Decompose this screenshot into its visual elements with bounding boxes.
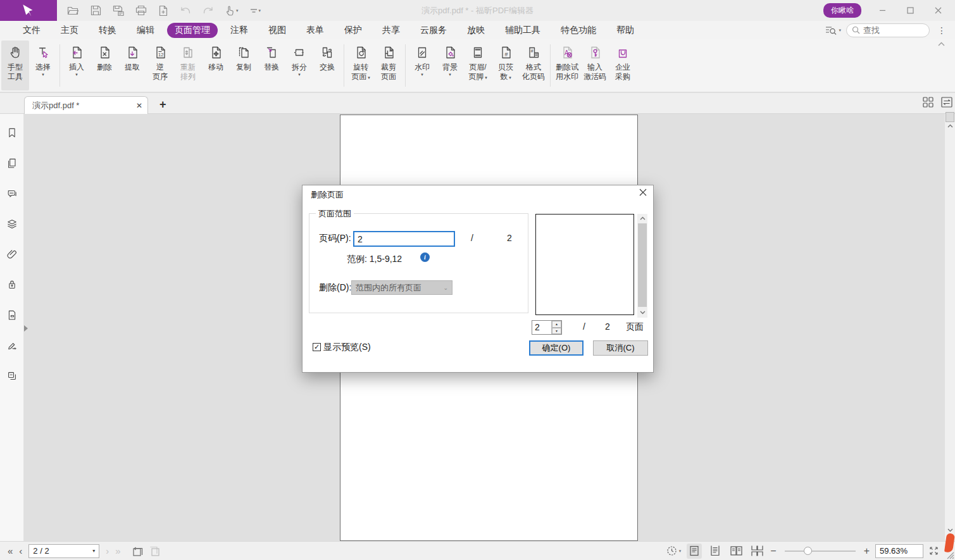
collapse-ribbon-icon[interactable] (938, 42, 945, 46)
find-toggle-button[interactable]: ▾ (825, 25, 841, 35)
next-view-icon[interactable] (149, 546, 160, 556)
menu-tab-special-features[interactable]: 特色功能 (553, 23, 604, 38)
menu-tab-convert[interactable]: 转换 (91, 23, 124, 38)
single-page-view-icon[interactable] (687, 544, 702, 559)
autoscroll-icon[interactable]: ▾ (666, 545, 682, 556)
menu-tab-view[interactable]: 视图 (261, 23, 294, 38)
ribbon-extract-button[interactable]: 提取 (118, 40, 146, 90)
vertical-scrollbar[interactable] (945, 114, 955, 541)
preview-page-spinner[interactable]: 2 ▲▼ (532, 320, 562, 335)
undo-button[interactable] (178, 5, 192, 16)
save-button[interactable] (89, 4, 103, 17)
hand-gesture-button[interactable]: ▾ (224, 4, 240, 17)
menu-tab-file[interactable]: 文件 (15, 23, 48, 38)
ribbon-crop-pages-button[interactable]: 裁剪页面 (375, 40, 403, 90)
show-preview-checkbox[interactable]: ✓ (313, 343, 321, 351)
page-indicator-combo[interactable]: 2 / 2 ▾ (28, 544, 99, 558)
menu-tab-share[interactable]: 共享 (375, 23, 408, 38)
ribbon-hand-tool-button[interactable]: 手型工具 (1, 40, 29, 90)
page-number-input[interactable]: 2 (353, 231, 455, 247)
menu-tab-comment[interactable]: 注释 (223, 23, 256, 38)
first-page-button[interactable]: « (8, 545, 13, 556)
ribbon-insert-button[interactable]: 插入▾ (63, 40, 91, 90)
fullscreen-icon[interactable] (929, 546, 939, 556)
sidebar-comments-button[interactable] (4, 186, 20, 201)
previous-page-button[interactable]: ‹ (19, 545, 22, 556)
cancel-button[interactable]: 取消(C) (593, 340, 648, 356)
previous-view-icon[interactable] (132, 546, 143, 556)
menu-tab-edit[interactable]: 编辑 (129, 23, 162, 38)
zoom-out-button[interactable]: − (770, 545, 776, 557)
ribbon-enter-activation-code-button[interactable]: 输入激活码 (581, 40, 609, 90)
maximize-button[interactable] (898, 3, 922, 19)
zoom-level-box[interactable]: 59.63% (875, 544, 923, 558)
ribbon-watermark-button[interactable]: 水印▾ (408, 40, 436, 90)
menu-tab-cloud[interactable]: 云服务 (413, 23, 454, 38)
ribbon-duplicate-button[interactable]: 复制 (230, 40, 258, 90)
redo-button[interactable] (201, 5, 215, 16)
tab-overview-icon[interactable] (923, 97, 933, 108)
spin-up-icon[interactable]: ▲ (552, 321, 561, 328)
close-button[interactable] (926, 3, 950, 19)
preview-scroll-up-icon[interactable] (637, 216, 647, 220)
facing-view-icon[interactable] (728, 544, 744, 559)
sidebar-page-thumbnails-button[interactable] (4, 156, 20, 171)
ribbon-select-button[interactable]: 选择▾ (29, 40, 57, 90)
menu-tab-help[interactable]: 帮助 (609, 23, 642, 38)
app-logo[interactable] (0, 0, 57, 21)
ribbon-enterprise-purchase-button[interactable]: 企业采购 (609, 40, 637, 90)
scroll-up-icon[interactable] (945, 124, 955, 128)
ribbon-bates-number-button[interactable]: #贝茨数 ▾ (492, 40, 520, 90)
ribbon-header-footer-button[interactable]: 页眉/页脚 ▾ (464, 40, 492, 90)
sidebar-snapshots-button[interactable] (4, 368, 20, 383)
zoom-in-button[interactable]: + (864, 545, 870, 557)
last-page-button[interactable]: » (115, 545, 120, 556)
reading-mode-icon[interactable] (941, 97, 952, 108)
preview-scroll-down-icon[interactable] (637, 311, 647, 314)
sidebar-security-button[interactable] (4, 277, 20, 292)
ribbon-replace-button[interactable]: 替换 (258, 40, 285, 90)
ribbon-reverse-page-order-button[interactable]: 12逆页序 (146, 40, 174, 90)
scroll-down-icon[interactable] (945, 528, 955, 532)
dialog-close-icon[interactable] (639, 189, 647, 196)
zoom-slider-thumb[interactable] (804, 547, 812, 555)
new-tab-button[interactable]: + (159, 98, 166, 111)
account-button[interactable]: 你瞅啥 (823, 3, 861, 18)
spin-down-icon[interactable]: ▼ (552, 328, 561, 335)
ribbon-format-page-numbers-button[interactable]: #格式化页码 (520, 40, 547, 90)
menu-tab-protect[interactable]: 保护 (337, 23, 370, 38)
ribbon-remove-trial-watermark-button[interactable]: A删除试用水印 (553, 40, 581, 90)
sidebar-bookmarks-button[interactable] (4, 125, 20, 140)
menu-tab-form[interactable]: 表单 (299, 23, 332, 38)
sidebar-expand-handle[interactable] (24, 323, 30, 334)
sidebar-signatures-button[interactable] (4, 338, 20, 353)
more-options-icon[interactable]: ⋮ (935, 25, 949, 35)
menu-tab-assist-tools[interactable]: 辅助工具 (497, 23, 548, 38)
ok-button[interactable]: 确定(O) (529, 340, 584, 356)
sidebar-layers-button[interactable] (4, 216, 20, 232)
ribbon-background-button[interactable]: 背景▾ (436, 40, 464, 90)
preview-scrollbar[interactable] (637, 214, 647, 318)
preview-scroll-thumb[interactable] (638, 223, 647, 307)
tab-close-icon[interactable]: ✕ (136, 101, 142, 110)
info-icon[interactable]: i (420, 252, 430, 262)
ribbon-delete-button[interactable]: 删除 (91, 40, 118, 90)
sidebar-attachments-button[interactable] (4, 247, 20, 262)
next-page-button[interactable]: › (106, 545, 109, 556)
sidebar-form-fields-button[interactable] (4, 308, 20, 323)
save-as-button[interactable] (111, 4, 125, 17)
menu-tab-page-management[interactable]: 页面管理 (167, 23, 218, 38)
print-button[interactable] (134, 4, 148, 17)
ribbon-rotate-pages-button[interactable]: 旋转页面 ▾ (347, 40, 375, 90)
menu-tab-home[interactable]: 主页 (53, 23, 86, 38)
search-box[interactable] (846, 23, 930, 37)
search-input[interactable] (863, 25, 920, 35)
new-page-button[interactable] (157, 4, 170, 18)
document-tab[interactable]: 演示pdf.pdf * ✕ (24, 96, 148, 114)
zoom-slider[interactable] (785, 551, 856, 552)
minimize-button[interactable] (870, 3, 894, 19)
facing-continuous-view-icon[interactable] (749, 544, 765, 559)
continuous-view-icon[interactable] (708, 544, 723, 559)
ribbon-swap-button[interactable]: 交换 (313, 40, 341, 90)
open-button[interactable] (66, 4, 80, 17)
